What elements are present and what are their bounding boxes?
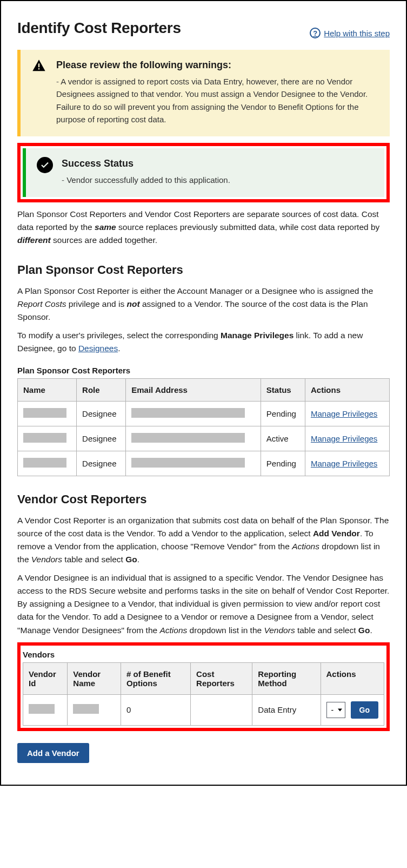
redacted-name	[23, 408, 66, 418]
col-vendor-actions: Actions	[321, 662, 384, 694]
table-row: Designee Pending Manage Privileges	[18, 451, 390, 476]
redacted-email	[131, 408, 245, 418]
vendor-desc-1: A Vendor Cost Reporter is an organizatio…	[17, 514, 390, 566]
col-email: Email Address	[126, 379, 261, 402]
col-vendor-id: Vendor Id	[23, 662, 68, 694]
vendors-highlight-box: Vendors Vendor Id Vendor Name # of Benef…	[17, 642, 390, 731]
table-row: Designee Pending Manage Privileges	[18, 402, 390, 426]
warning-message: A vendor is assigned to report costs via…	[56, 75, 379, 126]
plan-sponsor-desc-1: A Plan Sponsor Cost Reporter is either t…	[17, 285, 390, 324]
warning-alert: Please review the following warnings: A …	[17, 50, 390, 136]
vendor-heading: Vendor Cost Reporters	[17, 492, 390, 507]
redacted-email	[131, 433, 245, 443]
redacted-name	[23, 433, 66, 443]
col-status: Status	[261, 379, 305, 402]
question-icon: ?	[310, 28, 321, 38]
col-cost-reporters: Cost Reporters	[191, 662, 252, 694]
add-vendor-button[interactable]: Add a Vendor	[17, 743, 89, 763]
manage-privileges-link[interactable]: Manage Privileges	[311, 409, 377, 419]
vendors-table-caption: Vendors	[23, 650, 384, 659]
redacted-vendor-id	[29, 704, 55, 714]
go-button[interactable]: Go	[351, 701, 378, 719]
redacted-vendor-name	[73, 704, 99, 714]
col-vendor-name: Vendor Name	[68, 662, 121, 694]
designees-link[interactable]: Designees	[78, 344, 118, 353]
ps-table-caption: Plan Sponsor Cost Reporters	[17, 366, 390, 375]
success-highlight-box: Success Status Vendor successfully added…	[17, 143, 390, 202]
plan-sponsor-table: Name Role Email Address Status Actions D…	[17, 378, 390, 476]
vendor-desc-2: A Vendor Designee is an individual that …	[17, 571, 390, 636]
plan-sponsor-heading: Plan Sponsor Cost Reporters	[17, 263, 390, 277]
plan-sponsor-desc-2: To modify a user's privileges, select th…	[17, 329, 390, 355]
vendor-action-select[interactable]: -	[326, 702, 345, 718]
success-icon	[37, 157, 53, 186]
svg-rect-0	[38, 63, 39, 67]
redacted-name	[23, 458, 66, 468]
intro-paragraph: Plan Sponsor Cost Reporters and Vendor C…	[17, 208, 390, 247]
manage-privileges-link[interactable]: Manage Privileges	[311, 434, 377, 444]
col-actions: Actions	[305, 379, 389, 402]
help-link[interactable]: ? Help with this step	[310, 28, 390, 38]
table-row: 0 Data Entry - Go	[23, 694, 384, 725]
manage-privileges-link[interactable]: Manage Privileges	[311, 459, 377, 469]
warning-icon	[31, 58, 48, 126]
svg-rect-1	[38, 68, 39, 69]
col-role: Role	[77, 379, 126, 402]
col-reporting-method: Reporting Method	[252, 662, 321, 694]
col-name: Name	[18, 379, 77, 402]
warning-title: Please review the following warnings:	[56, 60, 379, 71]
page-title: Identify Cost Reporters	[17, 19, 181, 37]
success-message: Vendor successfully added to this applic…	[62, 174, 230, 186]
redacted-email	[131, 458, 245, 468]
vendors-table: Vendor Id Vendor Name # of Benefit Optio…	[23, 662, 384, 726]
table-row: Designee Active Manage Privileges	[18, 426, 390, 451]
success-title: Success Status	[62, 158, 230, 169]
col-benefit-options: # of Benefit Options	[121, 662, 191, 694]
help-link-label: Help with this step	[324, 29, 390, 38]
success-alert: Success Status Vendor successfully added…	[23, 148, 384, 197]
